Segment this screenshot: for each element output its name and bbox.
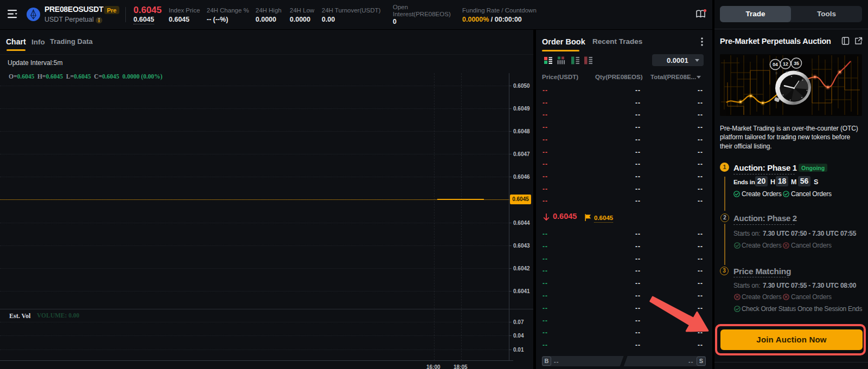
svg-text:12: 12 — [783, 61, 788, 67]
svg-text:M: M — [796, 70, 799, 73]
svg-text:35: 35 — [794, 61, 799, 66]
svg-text:04: 04 — [773, 62, 778, 67]
svg-text:H: H — [786, 71, 787, 74]
